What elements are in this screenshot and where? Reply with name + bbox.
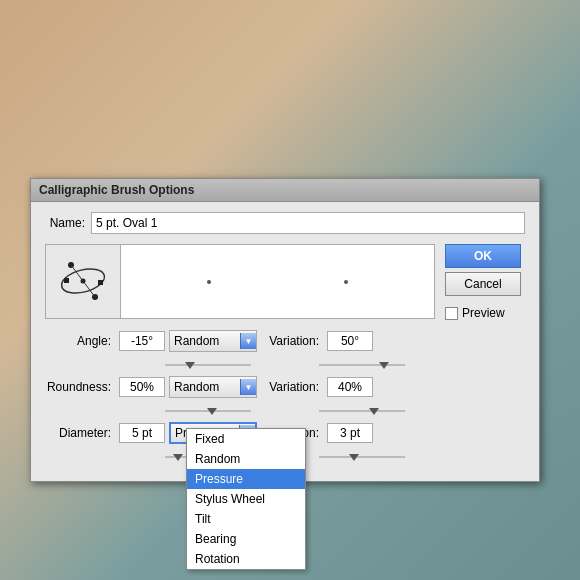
- dropdown-item-fixed[interactable]: Fixed: [187, 429, 305, 449]
- angle-variation-label: Variation:: [261, 334, 323, 348]
- roundness-sliders: [45, 407, 435, 415]
- preview-label: Preview: [462, 306, 505, 320]
- angle-label: Angle:: [45, 334, 115, 348]
- right-buttons: OK Cancel Preview: [445, 244, 525, 467]
- preview-checkbox[interactable]: [445, 307, 458, 320]
- svg-rect-6: [64, 278, 69, 283]
- preview-area: [45, 244, 435, 319]
- angle-slider[interactable]: [165, 361, 251, 369]
- brush-preview-left: [46, 245, 121, 318]
- name-label: Name:: [45, 216, 85, 230]
- angle-var-slider[interactable]: [319, 361, 405, 369]
- diameter-label: Diameter:: [45, 426, 115, 440]
- dropdown-item-random[interactable]: Random: [187, 449, 305, 469]
- angle-sliders: [45, 361, 435, 369]
- diameter-variation-value[interactable]: 3 pt: [327, 423, 373, 443]
- roundness-value[interactable]: 50%: [119, 377, 165, 397]
- dialog-titlebar: Calligraphic Brush Options: [31, 179, 539, 202]
- name-row: Name:: [45, 212, 525, 234]
- roundness-variation-label: Variation:: [261, 380, 323, 394]
- diameter-var-slider[interactable]: [319, 453, 405, 461]
- roundness-spacer: [255, 407, 315, 415]
- angle-spacer: [255, 361, 315, 369]
- roundness-label: Roundness:: [45, 380, 115, 394]
- angle-value[interactable]: -15°: [119, 331, 165, 351]
- ok-button[interactable]: OK: [445, 244, 521, 268]
- roundness-row: Roundness: 50% Random ▼ Variation: 40%: [45, 375, 435, 399]
- roundness-method-label: Random: [174, 380, 219, 394]
- dropdown-item-pressure[interactable]: Pressure: [187, 469, 305, 489]
- angle-method-arrow: ▼: [240, 333, 256, 349]
- cancel-button[interactable]: Cancel: [445, 272, 521, 296]
- roundness-method-select[interactable]: Random ▼: [169, 376, 257, 398]
- roundness-method-arrow: ▼: [240, 379, 256, 395]
- roundness-slider[interactable]: [165, 407, 251, 415]
- dropdown-item-tilt[interactable]: Tilt: [187, 509, 305, 529]
- preview-dot-1: [207, 280, 211, 284]
- roundness-var-slider[interactable]: [319, 407, 405, 415]
- angle-method-label: Random: [174, 334, 219, 348]
- dropdown-item-stylus-wheel[interactable]: Stylus Wheel: [187, 489, 305, 509]
- roundness-variation-value[interactable]: 40%: [327, 377, 373, 397]
- dropdown-menu: Fixed Random Pressure Stylus Wheel Tilt …: [186, 428, 306, 570]
- brush-ellipse-svg: [51, 249, 116, 314]
- dropdown-item-rotation[interactable]: Rotation: [187, 549, 305, 569]
- dropdown-item-bearing[interactable]: Bearing: [187, 529, 305, 549]
- brush-preview-right: [121, 245, 434, 318]
- preview-check-row: Preview: [445, 306, 505, 320]
- preview-dot-2: [344, 280, 348, 284]
- svg-rect-7: [98, 280, 103, 285]
- name-input[interactable]: [91, 212, 525, 234]
- dialog-title: Calligraphic Brush Options: [39, 183, 194, 197]
- angle-row: Angle: -15° Random ▼ Variation: 50°: [45, 329, 435, 353]
- angle-variation-value[interactable]: 50°: [327, 331, 373, 351]
- angle-method-select[interactable]: Random ▼: [169, 330, 257, 352]
- diameter-value[interactable]: 5 pt: [119, 423, 165, 443]
